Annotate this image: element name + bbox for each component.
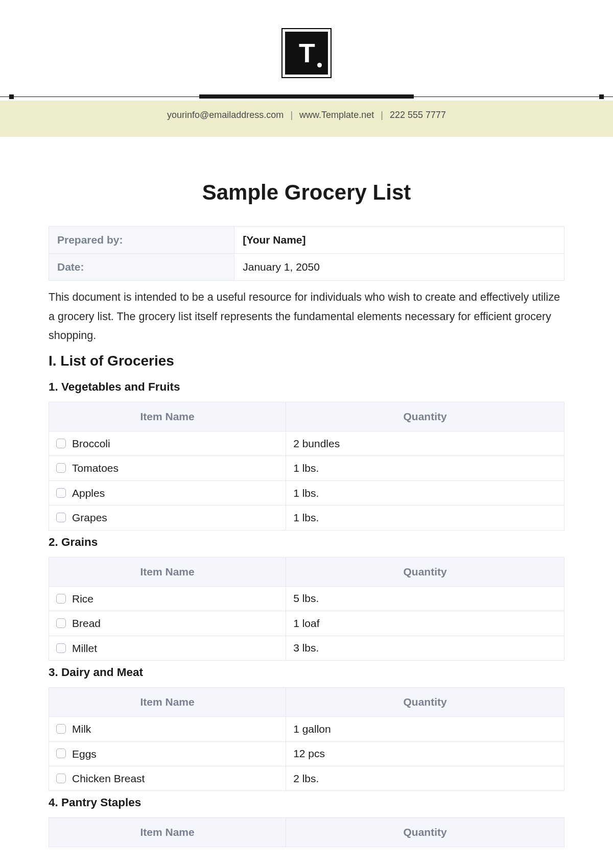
ruler-handle-right-icon (599, 94, 604, 99)
column-header-item: Item Name (49, 402, 286, 431)
item-quantity: 12 pcs (286, 741, 564, 766)
table-row: Eggs12 pcs (49, 741, 564, 766)
subsection-heading: 3. Dairy and Meat (49, 666, 564, 679)
item-name: Chicken Breast (72, 773, 145, 784)
item-quantity: 1 gallon (286, 717, 564, 741)
column-header-item: Item Name (49, 818, 286, 847)
item-name: Bread (72, 618, 101, 630)
subsection-heading: 4. Pantry Staples (49, 796, 564, 809)
item-quantity: 3 lbs. (286, 636, 564, 660)
item-name: Grapes (72, 512, 107, 524)
item-cell: Apples (49, 480, 286, 505)
contact-email: yourinfo@emailaddress.com (167, 110, 284, 120)
logo-dot-icon (317, 63, 322, 67)
item-name: Milk (72, 724, 91, 735)
item-name: Eggs (72, 748, 97, 760)
checkbox-icon[interactable] (56, 774, 66, 783)
item-quantity: 1 lbs. (286, 505, 564, 530)
table-row: Millet3 lbs. (49, 636, 564, 660)
prepared-by-value: [Your Name] (234, 227, 564, 254)
checkbox-icon[interactable] (56, 439, 66, 448)
checkbox-icon[interactable] (56, 513, 66, 522)
column-header-quantity: Quantity (286, 688, 564, 717)
item-cell: Broccoli (49, 431, 286, 455)
column-header-quantity: Quantity (286, 818, 564, 847)
item-cell: Rice (49, 586, 286, 611)
item-cell: Bread (49, 611, 286, 636)
checkbox-icon[interactable] (56, 488, 66, 498)
table-row: Rice5 lbs. (49, 586, 564, 611)
subsection-heading: 1. Vegetables and Fruits (49, 380, 564, 394)
table-row: Chicken Breast2 lbs. (49, 766, 564, 790)
item-quantity: 2 lbs. (286, 766, 564, 790)
column-header-item: Item Name (49, 688, 286, 717)
ruler-divider (0, 93, 613, 101)
grocery-table: Item NameQuantityMilk1 gallonEggs12 pcsC… (49, 687, 564, 791)
logo-icon: T (281, 28, 332, 78)
checkbox-icon[interactable] (56, 463, 66, 473)
checkbox-icon[interactable] (56, 724, 66, 734)
checkbox-icon[interactable] (56, 749, 66, 758)
item-cell: Eggs (49, 741, 286, 766)
checkbox-icon[interactable] (56, 618, 66, 628)
meta-table: Prepared by: [Your Name] Date: January 1… (49, 226, 564, 281)
item-quantity: 2 bundles (286, 431, 564, 455)
date-value: January 1, 2050 (234, 254, 564, 281)
item-quantity: 1 loaf (286, 611, 564, 636)
column-header-quantity: Quantity (286, 402, 564, 431)
item-quantity: 1 lbs. (286, 480, 564, 505)
section-heading: I. List of Groceries (49, 353, 564, 369)
item-cell: Grapes (49, 505, 286, 530)
logo-letter: T (299, 38, 314, 68)
date-label: Date: (49, 254, 234, 281)
checkbox-icon[interactable] (56, 643, 66, 653)
checkbox-icon[interactable] (56, 594, 66, 604)
item-cell: Milk (49, 717, 286, 741)
item-name: Apples (72, 487, 105, 499)
table-row: Bread1 loaf (49, 611, 564, 636)
item-name: Tomatoes (72, 463, 119, 474)
table-row: Apples1 lbs. (49, 480, 564, 505)
grocery-table: Item NameQuantityBroccoli2 bundlesTomato… (49, 402, 564, 531)
prepared-by-label: Prepared by: (49, 227, 234, 254)
item-cell: Tomatoes (49, 456, 286, 480)
column-header-item: Item Name (49, 557, 286, 586)
item-quantity: 1 lbs. (286, 456, 564, 480)
grocery-table: Item NameQuantityRice5 lbs.Bread1 loafMi… (49, 557, 564, 661)
page-title: Sample Grocery List (49, 180, 564, 205)
intro-paragraph: This document is intended to be a useful… (49, 288, 564, 346)
table-row: Grapes1 lbs. (49, 505, 564, 530)
subsection-heading: 2. Grains (49, 536, 564, 549)
grocery-table: Item NameQuantity (49, 817, 564, 847)
contact-info-band: yourinfo@emailaddress.com | www.Template… (0, 101, 613, 137)
item-cell: Chicken Breast (49, 766, 286, 790)
ruler-handle-left-icon (9, 94, 14, 99)
contact-website: www.Template.net (299, 110, 374, 120)
column-header-quantity: Quantity (286, 557, 564, 586)
table-row: Broccoli2 bundles (49, 431, 564, 455)
table-row: Tomatoes1 lbs. (49, 456, 564, 480)
item-quantity: 5 lbs. (286, 586, 564, 611)
item-name: Millet (72, 642, 97, 654)
item-name: Broccoli (72, 438, 110, 449)
item-name: Rice (72, 593, 93, 605)
table-row: Milk1 gallon (49, 717, 564, 741)
item-cell: Millet (49, 636, 286, 660)
contact-phone: 222 555 7777 (390, 110, 446, 120)
logo-container: T (0, 0, 613, 93)
